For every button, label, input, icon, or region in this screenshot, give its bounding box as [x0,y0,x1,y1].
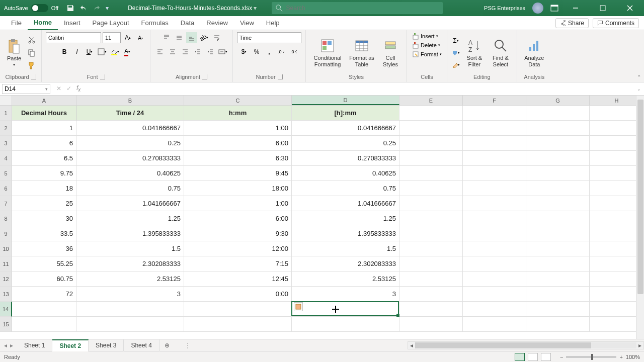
col-head-G[interactable]: G [526,96,590,105]
col-head-B[interactable]: B [76,96,184,105]
cell-B10[interactable]: 1.5 [76,241,184,256]
search-bar[interactable] [272,2,443,14]
decrease-decimal-button[interactable]: .0 [289,46,300,57]
cell-A11[interactable]: 55.25 [12,256,76,272]
delete-cells-button[interactable]: Delete ▾ [411,41,441,49]
tab-data[interactable]: Data [175,16,200,30]
cell-G1[interactable] [526,106,590,121]
row-head-3[interactable]: 3 [0,136,12,151]
cell-E15[interactable] [399,317,463,332]
cell-B4[interactable]: 0.270833333 [76,151,184,166]
cell-C9[interactable]: 9:30 [184,226,292,241]
cell-E10[interactable] [399,241,463,256]
cell-E12[interactable] [399,272,463,287]
cell-F1[interactable] [463,106,526,121]
cell-F15[interactable] [463,317,526,332]
cell-B13[interactable]: 3 [76,287,184,302]
number-format-select[interactable] [237,32,301,43]
cell-C3[interactable]: 6:00 [184,136,292,151]
fill-button[interactable]: ▾ [451,47,460,58]
cell-F7[interactable] [463,196,526,211]
cell-G11[interactable] [526,256,590,272]
grow-font-button[interactable]: A▴ [122,32,133,43]
save-icon[interactable] [66,4,74,12]
row-head-15[interactable]: 15 [0,317,12,332]
cell-D13[interactable]: 3 [292,287,399,302]
align-bottom-button[interactable] [186,32,197,43]
add-sheet-button[interactable]: ⊕ [159,342,175,349]
cut-button[interactable] [26,35,37,46]
cell-E11[interactable] [399,256,463,272]
cell-D11[interactable]: 2.302083333 [292,256,399,272]
row-head-4[interactable]: 4 [0,151,12,166]
cell-B7[interactable]: 1.041666667 [76,196,184,211]
row-head-12[interactable]: 12 [0,272,12,287]
zoom-in-button[interactable]: + [619,354,622,360]
analyze-data-button[interactable]: Analyze Data [521,36,547,69]
cell-F5[interactable] [463,166,526,181]
autofill-options-button[interactable] [294,302,303,311]
cell-G14[interactable] [526,302,590,317]
col-head-E[interactable]: E [399,96,463,105]
cell-A4[interactable]: 6.5 [12,151,76,166]
cell-B11[interactable]: 2.302083333 [76,256,184,272]
accounting-button[interactable]: $▾ [238,46,250,57]
cell-C13[interactable]: 0:00 [184,287,292,302]
align-middle-button[interactable] [174,32,185,43]
increase-indent-button[interactable] [205,46,216,57]
cell-E1[interactable] [399,106,463,121]
cell-E4[interactable] [399,151,463,166]
cell-G10[interactable] [526,241,590,256]
cell-A5[interactable]: 9.75 [12,166,76,181]
cell-G5[interactable] [526,166,590,181]
paste-button[interactable]: Paste▾ [4,36,24,69]
cell-F10[interactable] [463,241,526,256]
zoom-level[interactable]: 100% [626,354,640,360]
cell-F9[interactable] [463,226,526,241]
sheet-tab-sheet-1[interactable]: Sheet 1 [17,339,52,351]
wrap-text-button[interactable] [211,32,222,43]
cell-C4[interactable]: 6:30 [184,151,292,166]
cell-C15[interactable] [184,317,292,332]
cell-F6[interactable] [463,181,526,196]
tab-file[interactable]: File [5,16,28,30]
conditional-formatting-button[interactable]: Conditional Formatting [310,36,345,69]
redo-icon[interactable] [93,4,101,12]
format-painter-button[interactable] [26,60,37,71]
merge-button[interactable]: ▾ [217,46,228,57]
cell-G13[interactable] [526,287,590,302]
align-left-button[interactable] [154,46,166,57]
cell-G7[interactable] [526,196,590,211]
cell-styles-button[interactable]: Cell Styles [378,36,403,69]
cell-F11[interactable] [463,256,526,272]
cell-E13[interactable] [399,287,463,302]
cell-C5[interactable]: 9:45 [184,166,292,181]
tab-review[interactable]: Review [200,16,234,30]
maximize-button[interactable] [593,0,613,16]
cell-D15[interactable] [292,317,399,332]
decrease-indent-button[interactable] [192,46,203,57]
tab-home[interactable]: Home [28,16,58,30]
autosave-switch[interactable] [31,4,48,12]
cell-B15[interactable] [76,317,184,332]
align-center-button[interactable] [167,46,178,57]
cell-F13[interactable] [463,287,526,302]
orientation-button[interactable]: ab▾ [199,32,210,43]
font-dialog-launcher[interactable] [100,74,105,79]
sheet-prev-icon[interactable]: ◂ [4,342,7,349]
cell-B14[interactable] [76,302,184,317]
fill-color-button[interactable]: ▾ [109,46,120,57]
v-scroll-thumb[interactable] [637,100,643,294]
cell-D1[interactable]: [h]:mm [292,106,399,121]
vertical-scrollbar[interactable] [636,96,644,339]
cell-G8[interactable] [526,211,590,226]
page-layout-view-button[interactable] [528,353,538,361]
tab-insert[interactable]: Insert [58,16,87,30]
spreadsheet-grid[interactable]: ABCDEFGH 123456789101112131415 Decimal H… [0,96,644,339]
cell-C7[interactable]: 1:00 [184,196,292,211]
font-size-select[interactable] [103,32,121,43]
row-head-9[interactable]: 9 [0,226,12,241]
cell-E5[interactable] [399,166,463,181]
cell-C11[interactable]: 7:15 [184,256,292,272]
find-select-button[interactable]: Find & Select [489,36,513,69]
